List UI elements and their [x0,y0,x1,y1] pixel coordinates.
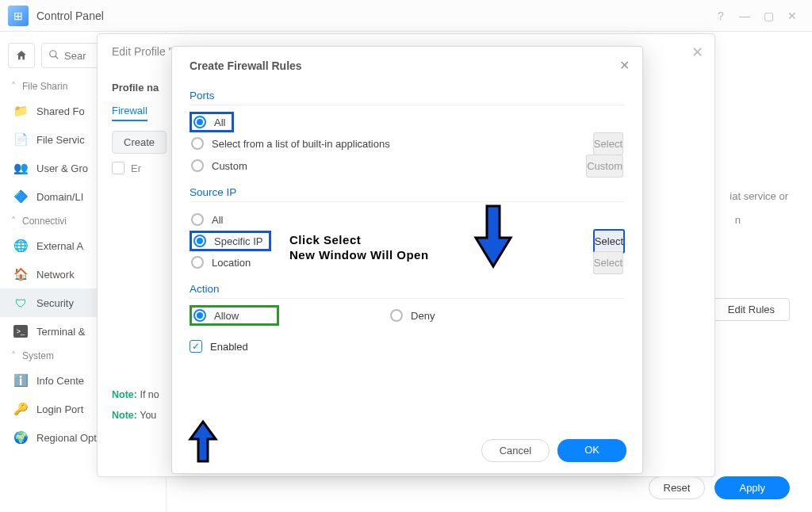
home-icon [15,49,28,62]
enabled-label: Enabled [210,341,248,353]
close-icon[interactable]: ✕ [691,44,703,61]
window-title: Control Panel [36,10,104,22]
domain-icon: 🔷 [13,189,29,204]
checkbox[interactable] [112,162,124,174]
firewall-tab[interactable]: Firewall [112,105,147,121]
minimize-icon[interactable]: — [733,4,756,28]
highlight-box: All [190,112,234,132]
terminal-icon: >_ [13,323,29,339]
ok-button[interactable]: OK [557,439,626,462]
source-select-button[interactable]: Select [593,229,625,254]
chevron-up-icon: ˄ [11,81,16,92]
file-icon: 📄 [13,132,29,147]
location-select-button: Select [593,251,623,274]
ports-custom-button: Custom [586,155,623,178]
reset-button[interactable]: Reset [649,476,706,499]
radio-source-specific[interactable] [193,235,206,247]
radio-ports-custom[interactable] [191,159,204,172]
highlight-box-green: Allow [190,305,279,326]
create-firewall-rules-dialog: ✕ Create Firewall Rules Ports All Select… [171,46,643,474]
ports-select-button: Select [593,132,623,155]
folder-icon: 📁 [13,103,29,119]
maximize-icon[interactable]: ▢ [756,4,780,28]
create-button[interactable]: Create [112,131,167,154]
cancel-button[interactable]: Cancel [481,439,550,462]
bg-text: iat service or n [730,190,788,226]
svg-point-0 [50,50,56,56]
radio-action-allow[interactable] [193,309,206,322]
radio-source-location[interactable] [191,256,204,269]
svg-line-1 [56,55,59,59]
radio-source-all[interactable] [191,213,204,226]
titlebar: ⊞ Control Panel ? — ▢ ✕ [0,0,812,32]
login-icon: 🔑 [13,401,29,417]
dialog-title: Create Firewall Rules [190,59,625,72]
shield-icon: 🛡 [13,295,29,311]
enabled-checkbox[interactable]: ✓ [190,340,202,353]
radio-ports-all[interactable] [193,116,206,128]
home-button[interactable] [8,43,35,68]
radio-ports-list[interactable] [191,137,204,150]
close-icon[interactable]: ✕ [619,58,630,73]
ports-section-head: Ports [190,90,625,105]
close-icon[interactable]: ✕ [780,4,804,28]
info-icon: ℹ️ [13,373,29,388]
apply-button[interactable]: Apply [714,476,790,499]
users-icon: 👥 [13,160,29,176]
control-panel-icon: ⊞ [8,6,29,26]
help-icon[interactable]: ? [709,4,733,28]
edit-rules-button[interactable]: Edit Rules [713,298,790,321]
source-section-head: Source IP [190,186,625,202]
region-icon: 🌍 [13,430,29,445]
network-icon: 🏠 [13,266,29,282]
note-label: Note: [112,389,137,400]
chevron-up-icon: ˄ [11,350,16,361]
search-icon [48,49,59,63]
chevron-up-icon: ˄ [11,216,16,227]
radio-action-deny[interactable] [390,309,403,322]
highlight-box: Specific IP [190,231,271,251]
globe-icon: 🌐 [13,238,29,254]
action-section-head: Action [190,283,625,299]
note-label: Note: [112,410,137,421]
